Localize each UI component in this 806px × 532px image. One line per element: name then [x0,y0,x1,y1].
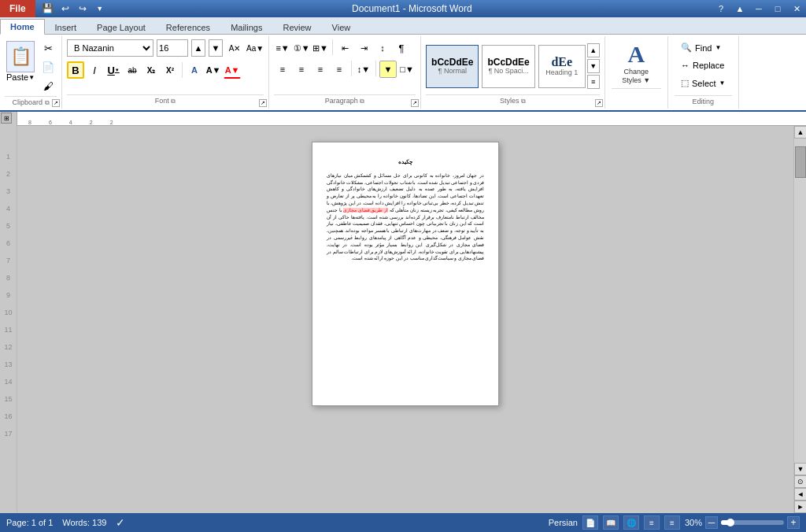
scroll-thumb[interactable] [795,146,806,178]
zoom-in-button[interactable]: + [787,516,800,529]
select-browse-object-button[interactable]: ⊙ [794,475,806,488]
increase-indent-button[interactable]: ⇥ [355,39,372,57]
zoom-handle[interactable] [727,519,734,526]
clear-formatting-button[interactable]: A✕ [226,39,243,57]
ruler-mark-7: 7 [6,257,10,264]
style-heading1-button[interactable]: dEe Heading 1 [538,45,586,88]
editing-group: 🔍 Find ▼ ↔ Replace ⬚ Select ▼ Editing [668,36,739,109]
decrease-font-size-button[interactable]: ▼ [209,39,223,57]
vertical-scrollbar[interactable]: ▲ ▼ ⊙ ◄ ► [793,126,806,513]
ribbon-minimize-button[interactable]: ▲ [730,0,749,17]
scroll-up-button[interactable]: ▲ [794,126,806,139]
italic-button[interactable]: I [86,61,103,79]
justify-button[interactable]: ≡ [331,61,348,78]
borders-button[interactable]: □▼ [398,61,416,78]
document-content[interactable]: چکیده در جهان امروز، خانواده به کانونی ب… [327,158,484,262]
minimize-button[interactable]: ─ [749,0,768,17]
undo-button[interactable]: ↩ [57,1,73,17]
document-area[interactable]: چکیده در جهان امروز، خانواده به کانونی ب… [17,126,793,513]
tab-view[interactable]: View [322,20,361,35]
line-spacing-button[interactable]: ↕▼ [355,61,372,78]
text-effects-button[interactable]: A [186,61,203,79]
outline-view-button[interactable]: ≡ [644,515,660,530]
font-size-input[interactable] [157,39,188,57]
customize-quick-access-button[interactable]: ▼ [92,1,108,17]
superscript-button[interactable]: X² [161,61,179,79]
prev-page-button[interactable]: ◄ [794,488,806,501]
clipboard-expand-button[interactable]: ↗ [52,99,60,107]
web-layout-button[interactable]: 🌐 [623,515,639,530]
align-right-button[interactable]: ≡ [312,61,329,78]
copy-button[interactable]: 📄 [39,58,57,76]
decrease-indent-button[interactable]: ⇤ [336,39,353,57]
draft-view-button[interactable]: ≡ [664,515,680,530]
bold-button[interactable]: B [67,61,84,79]
quick-access-toolbar: 💾 ↩ ↪ ▼ [35,1,113,17]
increase-font-size-button[interactable]: ▲ [191,39,205,57]
tab-review[interactable]: Review [272,20,321,35]
subscript-button[interactable]: X₂ [142,61,160,79]
zoom-out-button[interactable]: ─ [705,516,718,529]
change-styles-button[interactable]: A ChangeStyles ▼ [616,39,656,87]
scroll-down-button[interactable]: ▼ [794,463,806,475]
zoom-control: 30% ─ + [685,516,800,529]
text-highlight-button[interactable]: A▼ [205,61,222,79]
shading-button[interactable]: ▼ [379,61,397,78]
replace-button[interactable]: ↔ Replace [675,57,731,73]
find-button[interactable]: 🔍 Find ▼ [675,39,731,56]
horizontal-ruler: 8 6 4 2 2 [17,112,806,126]
tab-mailings[interactable]: Mailings [220,20,272,35]
styles-scroll-up[interactable]: ▲ [587,43,600,57]
align-center-button[interactable]: ≡ [293,61,310,78]
help-button[interactable]: ? [712,0,730,17]
font-expand-button[interactable]: ↗ [259,99,267,107]
sort-button[interactable]: ↕ [374,39,391,57]
select-dropdown[interactable]: ▼ [719,79,726,87]
language-indicator[interactable]: Persian [549,518,578,527]
styles-group: bCcDdEe ¶ Normal bCcDdEe ¶ No Spaci... d… [421,36,605,109]
spell-check-icon[interactable]: ✓ [116,516,125,529]
underline-button[interactable]: U▼ [105,61,122,79]
next-page-button[interactable]: ► [794,501,806,513]
style-normal-button[interactable]: bCcDdEe ¶ Normal [426,45,479,88]
full-screen-reading-button[interactable]: 📖 [603,515,619,530]
ruler-mark-4: 4 [6,205,10,212]
find-dropdown[interactable]: ▼ [715,44,721,51]
style-nospace-preview: bCcDdEe [487,57,529,67]
show-ruler-button[interactable]: ⊞ [1,113,12,124]
format-painter-button[interactable]: 🖌 [39,77,57,94]
align-left-button[interactable]: ≡ [274,61,291,78]
change-case-button[interactable]: Aa▼ [246,39,264,57]
paste-button[interactable]: 📋 Paste ▼ [5,39,36,83]
tab-insert[interactable]: Insert [45,20,87,35]
page-info: Page: 1 of 1 [6,518,53,527]
print-layout-view-button[interactable]: 📄 [582,515,598,530]
styles-scroll-down[interactable]: ▼ [587,59,600,73]
strikethrough-button[interactable]: ab [124,61,141,79]
save-button[interactable]: 💾 [40,1,56,17]
font-name-select[interactable]: B Nazanin [67,39,153,57]
tab-home[interactable]: Home [0,19,45,35]
redo-button[interactable]: ↪ [75,1,91,17]
select-button[interactable]: ⬚ Select ▼ [675,75,731,91]
bullets-button[interactable]: ≡▼ [274,39,291,57]
document-paragraph[interactable]: در جهان امروز، خانواده به کانونی برای حل… [327,172,484,262]
file-tab[interactable]: File [0,0,35,17]
tab-page-layout[interactable]: Page Layout [87,20,156,35]
style-nospace-button[interactable]: bCcDdEe ¶ No Spaci... [482,45,534,88]
zoom-track[interactable] [721,520,784,525]
document-page[interactable]: چکیده در جهان امروز، خانواده به کانونی ب… [312,142,499,406]
tab-references[interactable]: References [156,20,220,35]
ruler-mark-16: 16 [4,412,12,420]
paragraph-expand-button[interactable]: ↗ [411,99,419,107]
multilevel-list-button[interactable]: ⊞▼ [312,39,329,57]
show-formatting-button[interactable]: ¶ [393,39,410,57]
maximize-button[interactable]: □ [768,0,787,17]
styles-more-button[interactable]: ≡ [587,75,600,89]
close-button[interactable]: ✕ [787,0,806,17]
cut-button[interactable]: ✂ [39,39,57,57]
font-color-button[interactable]: A▼ [224,61,241,79]
numbering-button[interactable]: ①▼ [293,39,310,57]
scroll-track[interactable] [794,139,806,463]
styles-expand-button[interactable]: ↗ [595,99,603,107]
